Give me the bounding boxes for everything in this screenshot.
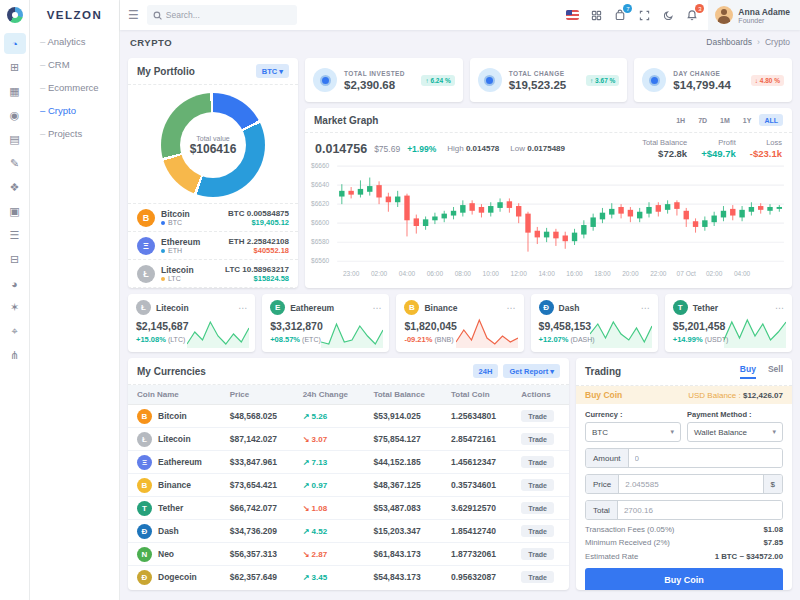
sparkline-chart	[321, 316, 383, 348]
rail-multilevel-icon[interactable]: ⋔	[4, 345, 26, 366]
trade-button[interactable]: Trade	[521, 479, 554, 491]
stat-card: TOTAL INVESTED$2,390.68↑ 6.24 %	[305, 58, 463, 102]
more-options-icon[interactable]: ⋯	[775, 303, 784, 313]
trade-button[interactable]: Trade	[521, 410, 554, 422]
fee-label: Estimated Rate	[585, 552, 638, 561]
price-input[interactable]	[619, 475, 762, 493]
my-currencies-card: My Currencies 24H Get Report ▾ Coin Name…	[128, 358, 569, 590]
my-portfolio-card: My Portfolio BTC ▾ Total value $106416 B…	[128, 58, 298, 288]
coin-symbol: BTC	[161, 219, 222, 226]
fullscreen-icon[interactable]	[632, 3, 656, 27]
rail-forms-icon[interactable]: ☰	[4, 225, 26, 246]
portfolio-coin-row[interactable]: BBitcoinBTCBTC 0.00584875$19,405.12	[128, 203, 298, 231]
range-tab-7d[interactable]: 7D	[693, 114, 712, 126]
currency-select[interactable]: BTC▾	[585, 422, 681, 442]
neo-icon: N	[137, 547, 152, 562]
cell-24h-change: ↘ 3.07	[294, 428, 365, 451]
mini-coin-name: Dash	[559, 303, 580, 313]
notifications-bell-icon[interactable]: 3	[680, 3, 704, 27]
page-header: CRYPTO Dashboards › Crypto	[120, 30, 800, 54]
trade-button[interactable]: Trade	[521, 433, 554, 445]
rail-tables-icon[interactable]: ⊟	[4, 249, 26, 270]
portfolio-currency-select[interactable]: BTC ▾	[256, 64, 289, 78]
stat-label: TOTAL INVESTED	[344, 70, 405, 77]
trade-button[interactable]: Trade	[521, 525, 554, 537]
sidebar-item-projects[interactable]: Projects	[30, 122, 119, 145]
hamburger-icon[interactable]: ☰	[128, 8, 139, 22]
cell-total-balance: $48,367.125	[364, 474, 442, 497]
rail-layouts-icon[interactable]: ▦	[4, 81, 26, 102]
sidebar-item-crm[interactable]: CRM	[30, 53, 119, 76]
sidebar-item-analytics[interactable]: Analytics	[30, 30, 119, 53]
sidebar-item-ecommerce[interactable]: Ecommerce	[30, 76, 119, 99]
bitcoin-icon: B	[137, 409, 152, 424]
portfolio-coin-row[interactable]: ĐDashDASHDASH 204.28565885$30635.84	[128, 287, 298, 288]
search-box	[147, 5, 297, 25]
market-summary: 0.014756 $75.69 +1.99% High 0.014578 Low…	[305, 133, 792, 162]
market-total-label: Total Balance	[642, 138, 687, 147]
search-input[interactable]	[166, 10, 291, 20]
more-options-icon[interactable]: ⋯	[641, 303, 650, 313]
dark-mode-moon-icon[interactable]	[656, 3, 680, 27]
buy-coin-label: Buy Coin	[585, 390, 622, 400]
range-tab-1m[interactable]: 1M	[715, 114, 735, 126]
range-tab-all[interactable]: ALL	[759, 114, 783, 126]
range-tab-1h[interactable]: 1H	[671, 114, 690, 126]
portfolio-coin-row[interactable]: ŁLitecoinLTCLTC 10.58963217$15824.58	[128, 259, 298, 287]
coin-quantity: BTC 0.00584875	[228, 209, 289, 218]
change-value: ↗ 3.45	[303, 573, 328, 582]
apps-grid-icon[interactable]	[584, 3, 608, 27]
fee-row: Transaction Fees (0.05%)$1.08	[585, 525, 783, 534]
buy-coin-button[interactable]: Buy Coin	[585, 568, 783, 591]
fee-row: Minimum Received (2%)$7.85	[585, 538, 783, 547]
rail-landing-icon[interactable]: ✎	[4, 153, 26, 174]
rail-pages-icon[interactable]: ▤	[4, 129, 26, 150]
range-tab-1y[interactable]: 1Y	[738, 114, 757, 126]
more-options-icon[interactable]: ⋯	[372, 303, 381, 313]
sidebar-item-crypto[interactable]: Crypto	[30, 99, 119, 122]
language-flag-icon[interactable]	[560, 3, 584, 27]
rail-dashboards-icon[interactable]: ◔	[4, 33, 26, 54]
cell-price: $33,847.961	[221, 451, 294, 474]
cell-24h-change: ↘ 2.87	[294, 543, 365, 566]
cart-icon[interactable]: 7	[608, 3, 632, 27]
rail-charts-icon[interactable]: ◕	[4, 273, 26, 294]
svg-text:22:00: 22:00	[650, 270, 667, 277]
svg-text:04:00: 04:00	[734, 270, 751, 277]
get-report-button[interactable]: Get Report ▾	[503, 364, 560, 378]
binance-icon: B	[404, 300, 419, 315]
rail-apps-icon[interactable]: ⊞	[4, 57, 26, 78]
payment-method-select[interactable]: Wallet Balance▾	[687, 422, 783, 442]
amount-input[interactable]	[629, 449, 782, 467]
breadcrumb-dashboards[interactable]: Dashboards	[706, 37, 752, 47]
trade-button[interactable]: Trade	[521, 456, 554, 468]
rail-components-icon[interactable]: ❖	[4, 177, 26, 198]
portfolio-coin-row[interactable]: ΞEthereumETHETH 2.25842108$40552.18	[128, 231, 298, 259]
coin-quantity: ETH 2.25842108	[229, 237, 290, 246]
coin-name: Ethereum	[161, 237, 223, 247]
user-menu[interactable]: Anna Adame Founder	[708, 0, 800, 30]
trade-button[interactable]: Trade	[521, 502, 554, 514]
brand-logo-icon[interactable]	[7, 7, 23, 23]
column-header: Price	[221, 385, 294, 405]
trading-tab-sell[interactable]: Sell	[768, 364, 783, 379]
trading-tab-buy[interactable]: Buy	[740, 364, 756, 379]
more-options-icon[interactable]: ⋯	[238, 303, 247, 313]
tether-summary-card: TTether⋯$5,201,458+14.99% (USDT)	[665, 294, 792, 352]
brand-wordmark[interactable]: VELZON	[30, 0, 119, 30]
more-options-icon[interactable]: ⋯	[507, 303, 516, 313]
market-total: Loss-$23.1k	[750, 138, 782, 159]
trade-button[interactable]: Trade	[521, 548, 554, 560]
total-input[interactable]	[618, 501, 782, 519]
cell-total-coin: 1.45612347	[442, 451, 512, 474]
rail-icons-icon[interactable]: ✶	[4, 297, 26, 318]
timeframe-24h-button[interactable]: 24H	[473, 364, 499, 378]
cell-actions: Trade	[512, 566, 569, 589]
rail-maps-icon[interactable]: ⌖	[4, 321, 26, 342]
column-header: Coin Name	[128, 385, 221, 405]
cell-24h-change: ↘ 1.08	[294, 497, 365, 520]
trade-button[interactable]: Trade	[521, 571, 554, 583]
rail-authentication-icon[interactable]: ◉	[4, 105, 26, 126]
rail-widgets-icon[interactable]: ▣	[4, 201, 26, 222]
column-header: Actions	[512, 385, 569, 405]
